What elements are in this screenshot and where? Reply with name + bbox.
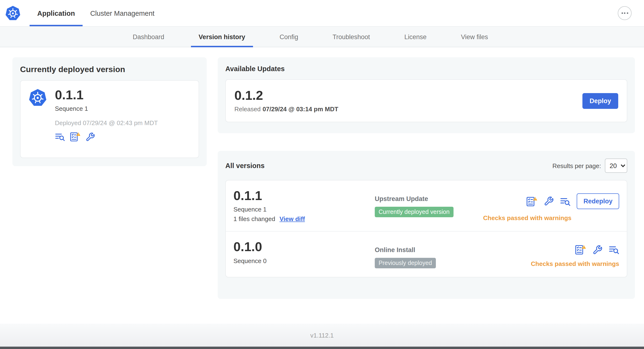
page-footer: v1.112.1	[0, 324, 644, 346]
results-per-page-select[interactable]: 20	[605, 158, 627, 173]
subnav-tab-view-files[interactable]: View files	[453, 27, 496, 47]
view-diff-link[interactable]: View diff	[280, 216, 305, 223]
tab-cluster-management[interactable]: Cluster Management	[82, 0, 162, 26]
released-date: 07/29/24 @ 03:14 pm MDT	[262, 106, 338, 113]
config-icon[interactable]	[592, 245, 602, 255]
config-icon[interactable]	[544, 196, 554, 206]
svg-text:!: !	[583, 246, 584, 249]
version-source-block: Upstream Update Currently deployed versi…	[375, 189, 453, 223]
all-versions-panel: All versions Results per page: 20 0.1.1 …	[218, 151, 635, 299]
admin-console-page: Application Cluster Management Dashboard…	[0, 0, 644, 349]
version-number: 0.1.1	[234, 189, 375, 203]
ellipsis-icon	[621, 12, 628, 14]
version-row: 0.1.1 Sequence 1 1 files changed View di…	[226, 180, 627, 231]
subnav-tab-version-history[interactable]: Version history	[191, 27, 253, 47]
update-details: 0.1.2 Released07/29/24 @ 03:14 pm MDT	[234, 89, 338, 113]
page-bottom-edge	[0, 346, 644, 349]
deployment-status-badge: Currently deployed version	[375, 207, 453, 217]
console-version: v1.112.1	[310, 332, 334, 339]
preflight-status-link[interactable]: Checks passed with warnings	[531, 260, 619, 268]
tab-application[interactable]: Application	[30, 0, 82, 26]
source-label: Upstream Update	[375, 195, 453, 202]
update-version-number: 0.1.2	[234, 89, 338, 102]
currently-deployed-panel: Currently deployed version	[12, 57, 207, 166]
app-subnav: Dashboard Version history Config Trouble…	[0, 26, 644, 47]
version-actions: ! Redeploy Checks passed with warni	[483, 189, 619, 223]
all-versions-header: All versions Results per page: 20	[225, 158, 627, 173]
deployed-version-actions: !	[55, 132, 158, 142]
version-info: 0.1.1 Sequence 1 1 files changed View di…	[234, 189, 375, 223]
currently-deployed-title: Currently deployed version	[20, 65, 199, 74]
deployment-status-badge: Previously deployed	[375, 258, 436, 268]
subnav-tab-dashboard[interactable]: Dashboard	[125, 27, 172, 47]
subnav-tab-config[interactable]: Config	[272, 27, 306, 47]
deployed-version-number: 0.1.1	[55, 88, 158, 102]
svg-text:!: !	[78, 133, 79, 136]
version-number: 0.1.0	[234, 240, 375, 254]
version-action-icons: !	[575, 245, 619, 255]
redeploy-button[interactable]: Redeploy	[577, 193, 619, 209]
deployed-version-card: 0.1.1 Sequence 1 Deployed 07/29/24 @ 02:…	[20, 80, 199, 158]
deploy-button[interactable]: Deploy	[582, 93, 618, 108]
preflight-checks-icon[interactable]: !	[575, 245, 586, 255]
released-label: Released	[234, 106, 261, 113]
svg-text:!: !	[535, 197, 536, 200]
update-released-line: Released07/29/24 @ 03:14 pm MDT	[234, 106, 338, 113]
deployed-version-sequence: Sequence 1	[55, 105, 158, 112]
version-sequence: Sequence 0	[234, 257, 375, 264]
subnav-tab-troubleshoot[interactable]: Troubleshoot	[325, 27, 378, 47]
version-actions: ! Checks passed with warnings	[531, 240, 619, 268]
available-updates-title: Available Updates	[225, 65, 627, 72]
right-column: Available Updates 0.1.2 Released07/29/24…	[218, 57, 635, 299]
preflight-checks-icon[interactable]: !	[526, 196, 538, 206]
update-card: 0.1.2 Released07/29/24 @ 03:14 pm MDT De…	[225, 79, 627, 122]
all-versions-title: All versions	[225, 162, 264, 170]
subnav-tab-license[interactable]: License	[397, 27, 434, 47]
source-label: Online Install	[375, 246, 436, 254]
deployed-version-details: 0.1.1 Sequence 1 Deployed 07/29/24 @ 02:…	[55, 88, 158, 150]
files-changed-line: 1 files changed View diff	[234, 216, 375, 223]
version-row: 0.1.0 Sequence 0 Online Install Previous…	[226, 231, 627, 277]
top-navbar: Application Cluster Management	[0, 0, 644, 26]
versions-list: 0.1.1 Sequence 1 1 files changed View di…	[225, 180, 627, 278]
topnav-tabs: Application Cluster Management	[30, 0, 162, 26]
version-sequence: Sequence 1	[234, 206, 375, 213]
overflow-menu-button[interactable]	[618, 6, 632, 20]
version-info: 0.1.0 Sequence 0	[234, 240, 375, 268]
config-icon[interactable]	[86, 132, 95, 142]
results-per-page-label: Results per page:	[552, 162, 601, 169]
version-action-icons: ! Redeploy	[526, 193, 619, 209]
logs-icon[interactable]	[55, 132, 65, 142]
deployed-timestamp: Deployed 07/29/24 @ 02:43 pm MDT	[55, 120, 158, 127]
version-source-block: Online Install Previously deployed	[375, 240, 436, 268]
results-per-page: Results per page: 20	[552, 158, 627, 173]
preflight-checks-icon[interactable]: !	[70, 132, 81, 142]
available-updates-panel: Available Updates 0.1.2 Released07/29/24…	[218, 57, 635, 133]
logs-icon[interactable]	[560, 196, 570, 206]
kubernetes-app-icon	[28, 88, 47, 108]
files-changed-text: 1 files changed	[234, 216, 275, 223]
kubernetes-logo-icon[interactable]	[5, 5, 21, 21]
logs-icon[interactable]	[609, 245, 619, 255]
preflight-status-link[interactable]: Checks passed with warnings	[483, 214, 572, 222]
